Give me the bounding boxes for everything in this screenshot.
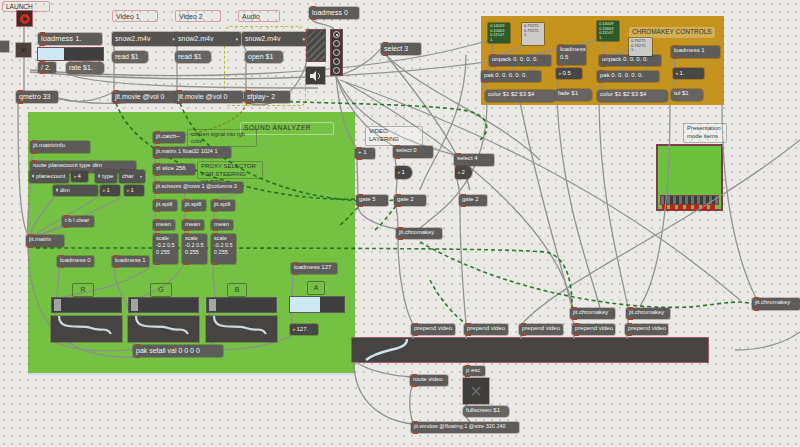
- fullscreen-toggle[interactable]: ✕: [463, 378, 489, 404]
- loadmess-fade-object[interactable]: loadmess 0.5: [557, 45, 586, 65]
- gain-slider[interactable]: [306, 29, 326, 62]
- tol-message[interactable]: tol $1: [671, 89, 703, 101]
- jit-scissors-object[interactable]: jit.scissors @rows 1 @columns 3: [153, 182, 243, 193]
- loadmess-1-object[interactable]: loadmess 1.: [38, 33, 102, 45]
- zl-slice-object[interactable]: zl slice 256: [153, 164, 195, 175]
- b-router-panel[interactable]: [206, 316, 277, 342]
- output-router-bar[interactable]: [352, 338, 708, 362]
- fade-message[interactable]: fade $1: [555, 89, 592, 101]
- radio-option[interactable]: [333, 58, 340, 65]
- video1-jit-movie-object[interactable]: jit.movie @vol 0: [112, 91, 180, 103]
- video1-read-message[interactable]: read $1: [112, 51, 148, 63]
- chromakey-color-swatch-2[interactable]: 0.140090.10663 0.115471.: [597, 21, 619, 41]
- gate-2-object[interactable]: gate 2: [459, 195, 487, 206]
- scale-object[interactable]: scale -0.2 0.5 0 255: [211, 234, 236, 264]
- chromakey-gray-swatch-1[interactable]: 0.792750.79275 1.: [522, 23, 544, 45]
- clipped-object-box[interactable]: [0, 41, 9, 52]
- r-router-panel[interactable]: [51, 316, 122, 342]
- a-slider[interactable]: [289, 296, 345, 313]
- jit-spill-object[interactable]: jit.spill: [182, 200, 206, 211]
- audio-file-menu[interactable]: snow2.m4v ▾: [242, 32, 308, 46]
- slider-knob[interactable]: [131, 299, 138, 311]
- select-4-object[interactable]: select 4: [454, 154, 494, 166]
- select-3-object[interactable]: select 3: [381, 43, 421, 55]
- layer-number-1[interactable]: ▸ 1: [395, 166, 412, 179]
- divide-2-object[interactable]: / 2.: [38, 62, 56, 73]
- scale-object[interactable]: scale -0.2 0.5 0 255: [182, 234, 207, 264]
- color-message-1[interactable]: color $1 $2 $3 $4: [485, 90, 556, 102]
- video2-file-menu[interactable]: snow2.m4v ▾: [175, 32, 241, 46]
- mean-object[interactable]: mean: [182, 220, 204, 230]
- video2-read-message[interactable]: read $1: [175, 51, 211, 63]
- type-menu[interactable]: ▴▾type: [95, 170, 117, 183]
- g-router-panel[interactable]: [128, 316, 199, 342]
- pak-object-2[interactable]: pak 0. 0. 0. 0. 0.: [597, 71, 659, 82]
- chromakey-color-swatch-1[interactable]: 0.140090.10663 0.115471.: [488, 23, 510, 43]
- jit-chromakey-object[interactable]: jit.chromakey: [752, 298, 800, 310]
- color-message-2[interactable]: color $1 $2 $3 $4: [597, 90, 668, 102]
- sfplay-object[interactable]: sfplay~ 2: [244, 91, 290, 103]
- b-slider[interactable]: [206, 297, 277, 313]
- jit-matrix-object[interactable]: jit.matrix: [26, 235, 64, 247]
- loadmess-tol-object[interactable]: loadmess 1: [671, 46, 720, 58]
- route-video-object[interactable]: route video: [410, 375, 448, 386]
- jit-window-object[interactable]: jit.window @floating 1 @size 320 240: [411, 422, 519, 433]
- fullscreen-message[interactable]: fullscreen $1: [463, 406, 509, 417]
- prepend-video-object[interactable]: prepend video: [572, 324, 615, 335]
- radio-option[interactable]: [333, 31, 340, 38]
- pak-object-1[interactable]: pak 0. 0. 0. 0. 0.: [481, 71, 541, 82]
- jit-spill-object[interactable]: jit.spill: [153, 200, 177, 211]
- jit-pwindow-preview[interactable]: [656, 144, 723, 211]
- plus-one-object[interactable]: + 1: [355, 148, 375, 159]
- rate-message[interactable]: rate $1.: [66, 62, 104, 74]
- loadmess-a-object[interactable]: loadmess 127: [291, 263, 337, 274]
- source-radiogroup[interactable]: [330, 29, 343, 76]
- r-slider[interactable]: [51, 297, 122, 313]
- jit-catch-object[interactable]: jit.catch~: [153, 132, 185, 143]
- gate-2-object[interactable]: gate 2: [394, 195, 426, 206]
- gate-5-object[interactable]: gate 5: [356, 195, 388, 206]
- rate-hslider[interactable]: [37, 47, 104, 61]
- unpack-object-2[interactable]: unpack 0. 0. 0. 0.: [599, 55, 661, 66]
- dim-menu[interactable]: ▴▾dim: [53, 185, 98, 196]
- prepend-video-object[interactable]: prepend video: [519, 324, 563, 335]
- mean-object[interactable]: mean: [211, 220, 233, 230]
- jit-spill-object[interactable]: jit.spill: [211, 200, 235, 211]
- a-number-box[interactable]: ▸ 127.: [290, 324, 318, 335]
- select-0-object[interactable]: select 0: [393, 146, 433, 158]
- slider-knob[interactable]: [209, 299, 216, 311]
- jit-chromakey-object[interactable]: jit.chromakey: [570, 308, 615, 319]
- jit-matrix-float-object[interactable]: jit.matrix 1 float32 1024 1: [153, 147, 231, 158]
- jit-chromakey-object[interactable]: jit.chromakey: [626, 308, 670, 319]
- p-esc-subpatch[interactable]: p esc: [463, 366, 485, 376]
- trigger-object[interactable]: t b l clear: [62, 216, 94, 227]
- video2-jit-movie-object[interactable]: jit.movie @vol 0: [175, 91, 243, 103]
- video1-file-menu[interactable]: snow2.m4v ▾: [112, 32, 178, 46]
- prepend-video-object[interactable]: prepend video: [411, 324, 455, 335]
- speaker-button[interactable]: [306, 67, 325, 84]
- radio-option[interactable]: [333, 67, 340, 74]
- chromakey-gray-swatch-2[interactable]: 0.792750.79275 1.: [629, 38, 652, 56]
- radio-option[interactable]: [333, 49, 340, 56]
- pak-setall-object[interactable]: pak setall val 0 0 0 0: [133, 345, 223, 357]
- planecount-menu[interactable]: ▴▾planecount: [29, 171, 69, 183]
- g-slider[interactable]: [128, 297, 199, 313]
- prepend-video-object[interactable]: prepend video: [464, 324, 508, 335]
- tol-number-box[interactable]: ▸ 1.: [673, 68, 704, 79]
- planecount-number[interactable]: ▸ 4: [71, 171, 88, 182]
- jit-chromakey-object[interactable]: jit.chromakey: [396, 228, 442, 239]
- launch-bang-button[interactable]: [16, 10, 33, 27]
- audio-open-message[interactable]: open $1: [245, 51, 283, 63]
- radio-option[interactable]: [333, 40, 340, 47]
- slider-knob[interactable]: [54, 299, 61, 311]
- unpack-object-1[interactable]: unpack 0. 0. 0. 0.: [489, 55, 551, 66]
- type-value-menu[interactable]: char ▾: [119, 170, 145, 183]
- fade-number-box[interactable]: ▸ 0.5: [556, 68, 582, 79]
- mean-object[interactable]: mean: [153, 220, 175, 230]
- loadmess-g-object[interactable]: loadmess 1: [112, 256, 149, 267]
- loadmess-r-object[interactable]: loadmess 0: [57, 256, 94, 267]
- layer-number-2[interactable]: ▸ 2: [455, 166, 472, 179]
- dim-number-2[interactable]: ▸ 1: [124, 185, 144, 196]
- pwindow-menu-strip[interactable]: [661, 196, 718, 204]
- scale-object[interactable]: scale -0.2 0.5 0 255: [153, 234, 178, 264]
